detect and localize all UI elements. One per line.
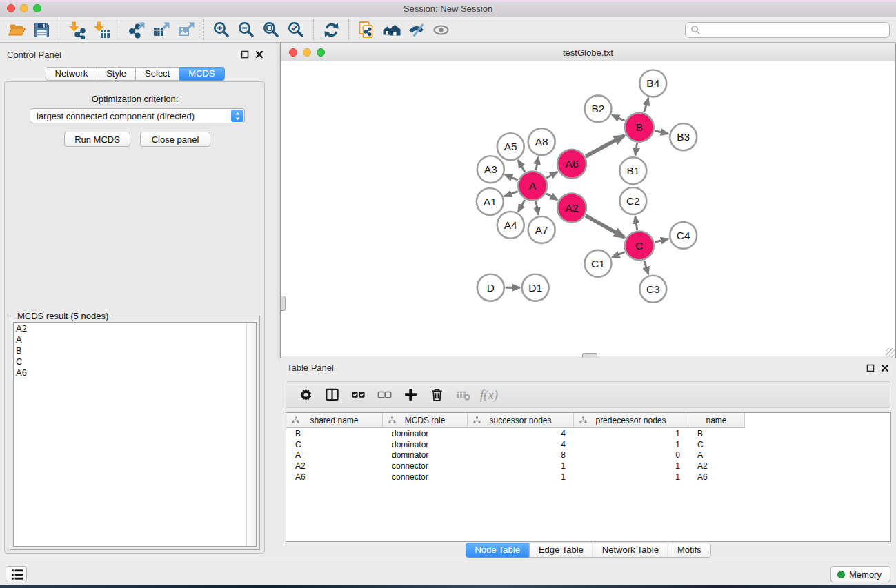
mcds-result-item[interactable]: A6 xyxy=(16,367,245,378)
export-table-button[interactable] xyxy=(149,19,174,41)
edge-A-to-A8[interactable] xyxy=(536,157,539,170)
tab-select[interactable]: Select xyxy=(135,67,179,81)
graph-node-A6[interactable]: A6 xyxy=(557,150,586,179)
edge-A2-to-C[interactable] xyxy=(586,216,624,237)
column-layout-button[interactable] xyxy=(319,383,345,407)
deselect-all-button[interactable] xyxy=(371,383,397,407)
network-canvas[interactable]: B4B2BB3A5A8A6B1A3AC2A1A2A4A7C4CC1C3DD1 xyxy=(281,61,895,356)
graph-node-A3[interactable]: A3 xyxy=(477,156,504,183)
table-row[interactable]: A6connector11A6 xyxy=(286,472,890,483)
search-input[interactable] xyxy=(701,26,889,35)
tab-motifs[interactable]: Motifs xyxy=(668,543,711,558)
network-window-titlebar[interactable]: testGlobe.txt xyxy=(281,43,895,61)
graph-node-C2[interactable]: C2 xyxy=(619,187,646,214)
graph-node-C[interactable]: C xyxy=(625,231,654,260)
graph-node-A4[interactable]: A4 xyxy=(497,212,524,239)
graph-node-D[interactable]: D xyxy=(477,274,504,301)
resize-corner-grip[interactable] xyxy=(886,348,895,358)
column-header-name[interactable]: name xyxy=(688,413,745,428)
function-builder-button[interactable]: f(x) xyxy=(476,383,502,407)
show-panels-button[interactable] xyxy=(6,566,27,582)
tab-network-table[interactable]: Network Table xyxy=(593,543,668,558)
optimization-criterion-select[interactable]: largest connected component (directed) xyxy=(30,108,245,123)
open-file-button[interactable] xyxy=(4,19,29,41)
close-panel-button[interactable]: Close panel xyxy=(140,132,210,147)
graph-node-B1[interactable]: B1 xyxy=(619,157,646,184)
table-row[interactable]: Adominator80A xyxy=(286,449,890,460)
zoom-fit-button[interactable] xyxy=(259,19,283,41)
run-mcds-button[interactable]: Run MCDS xyxy=(64,132,130,147)
delete-column-button[interactable] xyxy=(424,383,450,407)
show-details-button[interactable] xyxy=(428,19,453,41)
graph-node-C3[interactable]: C3 xyxy=(639,276,666,303)
graph-node-A[interactable]: A xyxy=(518,172,547,201)
duplicate-network-button[interactable] xyxy=(354,19,379,41)
edge-B-to-B2[interactable] xyxy=(612,115,624,121)
tab-edge-table[interactable]: Edge Table xyxy=(529,543,593,558)
edge-C-to-C2[interactable] xyxy=(635,216,637,230)
panel-divider-grip[interactable] xyxy=(281,296,286,311)
float-panel-icon[interactable] xyxy=(865,363,875,373)
mcds-result-item[interactable]: B xyxy=(16,345,245,356)
column-header-mcds-role[interactable]: MCDS role xyxy=(383,413,468,428)
graph-node-B[interactable]: B xyxy=(625,113,654,142)
column-header-predecessor-nodes[interactable]: predecessor nodes xyxy=(574,413,688,428)
column-header-shared-name[interactable]: shared name xyxy=(286,413,383,428)
graph-node-A7[interactable]: A7 xyxy=(528,216,555,243)
edge-A-to-A4[interactable] xyxy=(518,200,525,212)
edge-A-to-A1[interactable] xyxy=(504,192,517,196)
graph-node-A8[interactable]: A8 xyxy=(528,128,555,155)
select-all-button[interactable] xyxy=(345,383,371,407)
column-header-successor-nodes[interactable]: successor nodes xyxy=(468,413,574,428)
zoom-out-button[interactable] xyxy=(234,19,259,41)
mcds-result-item[interactable]: C xyxy=(16,356,245,367)
export-image-button[interactable] xyxy=(174,19,199,41)
close-panel-icon[interactable] xyxy=(879,363,890,373)
edge-A-to-A5[interactable] xyxy=(518,160,525,172)
zoom-selected-button[interactable] xyxy=(283,19,308,41)
edge-A-to-A7[interactable] xyxy=(536,201,539,214)
edge-A6-to-B[interactable] xyxy=(586,136,624,156)
zoom-in-button[interactable] xyxy=(209,19,234,41)
refresh-button[interactable] xyxy=(319,19,344,41)
close-panel-icon[interactable] xyxy=(254,49,264,59)
float-panel-icon[interactable] xyxy=(239,49,250,59)
import-table-button[interactable] xyxy=(89,19,114,41)
table-row[interactable]: Bdominator41B xyxy=(286,428,890,439)
tab-style[interactable]: Style xyxy=(97,67,136,81)
mcds-result-item[interactable]: A xyxy=(16,334,245,345)
import-network-button[interactable] xyxy=(64,19,89,41)
settings-gear-button[interactable] xyxy=(292,383,319,407)
edge-A-to-A2[interactable] xyxy=(546,194,557,200)
table-row[interactable]: A2connector11A2 xyxy=(286,460,890,472)
memory-button[interactable]: Memory xyxy=(830,566,890,582)
edge-C-to-C1[interactable] xyxy=(613,252,625,257)
graph-node-D1[interactable]: D1 xyxy=(522,274,549,301)
edge-B-to-B4[interactable] xyxy=(644,98,648,112)
scrollbar-track[interactable] xyxy=(246,323,256,546)
edge-A-to-A3[interactable] xyxy=(505,175,518,180)
edge-B-to-B1[interactable] xyxy=(635,143,637,156)
home-button[interactable] xyxy=(379,19,404,41)
search-field[interactable] xyxy=(685,22,890,38)
table-row[interactable]: Cdominator41C xyxy=(286,439,890,450)
graph-node-B4[interactable]: B4 xyxy=(639,70,666,97)
tab-network[interactable]: Network xyxy=(45,67,97,81)
export-network-button[interactable] xyxy=(124,19,149,41)
edge-C-to-C4[interactable] xyxy=(655,239,668,242)
tab-mcds[interactable]: MCDS xyxy=(179,67,224,81)
edge-C-to-C3[interactable] xyxy=(644,261,648,274)
save-session-button[interactable] xyxy=(29,19,54,41)
add-column-button[interactable] xyxy=(397,383,424,407)
hide-details-button[interactable] xyxy=(404,19,428,41)
graph-node-C1[interactable]: C1 xyxy=(585,250,612,277)
delete-table-button[interactable] xyxy=(450,383,476,407)
graph-node-B3[interactable]: B3 xyxy=(670,123,697,150)
edge-A-to-A6[interactable] xyxy=(546,172,557,178)
graph-node-A5[interactable]: A5 xyxy=(497,133,524,160)
mcds-result-item[interactable]: A2 xyxy=(16,323,245,334)
graph-node-B2[interactable]: B2 xyxy=(585,95,612,122)
graph-node-A2[interactable]: A2 xyxy=(557,194,586,223)
graph-node-A1[interactable]: A1 xyxy=(477,188,504,215)
graph-node-C4[interactable]: C4 xyxy=(670,222,697,249)
